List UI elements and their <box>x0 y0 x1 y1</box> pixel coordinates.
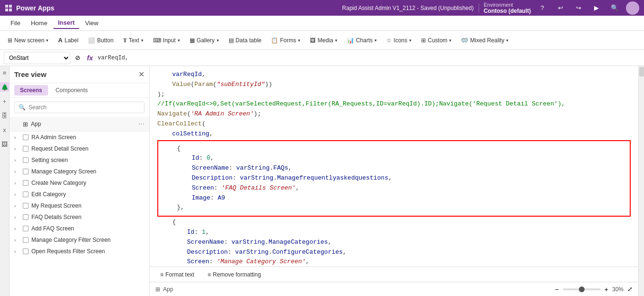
tree-item-add-faq[interactable]: › Add FAQ Screen <box>10 223 149 234</box>
charts-button[interactable]: 📊 Charts ▾ <box>343 35 381 46</box>
tree-item-app[interactable]: ⊞ App ··· <box>10 117 149 132</box>
tree-item-manage-category[interactable]: › Manage Category Screen <box>10 166 149 177</box>
format-text-button[interactable]: ≡ Format text <box>155 270 199 279</box>
search-button[interactable]: 🔍 <box>608 1 621 15</box>
media-side-icon[interactable]: 🖼 <box>0 139 10 149</box>
mixed-reality-button[interactable]: 🥽 Mixed Reality ▾ <box>457 35 512 46</box>
gallery-button[interactable]: ▦ Gallery ▾ <box>186 35 223 46</box>
tree-item-my-request[interactable]: › My Request Screen <box>10 200 149 211</box>
label-request-detail: Request Detail Screen <box>31 145 144 152</box>
tree-item-create-category[interactable]: › Create New Category <box>10 177 149 189</box>
menu-view[interactable]: View <box>80 18 103 29</box>
left-panel-icons: ≡ 🌲 + 🗄 x 🖼 <box>0 66 10 296</box>
zoom-minus-button[interactable]: − <box>555 286 559 293</box>
custom-icon: ⊞ <box>421 37 426 44</box>
text-button[interactable]: 𝐓 Text ▾ <box>119 35 147 46</box>
hamburger-icon[interactable]: ≡ <box>0 68 10 77</box>
tree-item-faq-details[interactable]: › FAQ Details Screen <box>10 211 149 223</box>
tree-item-manage-category-filter[interactable]: › Manage Category Filter Screen <box>10 234 149 246</box>
play-button[interactable]: ▶ <box>590 1 603 15</box>
media-button[interactable]: 🖼 Media ▾ <box>306 35 341 46</box>
undo-button[interactable]: ↩ <box>554 1 567 15</box>
label-edit-category: Edit Category <box>31 191 144 198</box>
checkbox-setting[interactable] <box>23 157 29 163</box>
sidebar-header: Tree view ✕ <box>10 66 149 83</box>
checkbox-ra-admin[interactable] <box>23 134 29 140</box>
redo-button[interactable]: ↪ <box>572 1 585 15</box>
datatable-button[interactable]: ▤ Data table <box>225 35 266 46</box>
chevron-ra-admin: › <box>14 135 20 140</box>
sidebar-close-button[interactable]: ✕ <box>138 70 144 79</box>
tab-screens[interactable]: Screens <box>14 85 48 95</box>
topbar-right: Rapid Assist Admin V1_2112 - Saved (Unpu… <box>342 1 639 15</box>
app-more-icon[interactable]: ··· <box>138 120 144 128</box>
checkbox-create-category[interactable] <box>23 180 29 186</box>
app-icon: ⊞ <box>23 121 28 128</box>
tab-components[interactable]: Components <box>50 85 94 95</box>
checkbox-request-detail[interactable] <box>23 146 29 152</box>
svg-rect-2 <box>5 9 8 11</box>
menu-file[interactable]: File <box>6 18 25 29</box>
dropdown-arrow-input: ▾ <box>178 38 180 43</box>
search-icon: 🔍 <box>19 104 26 111</box>
gallery-icon: ▦ <box>190 37 195 44</box>
code-editor[interactable]: varReqId, Value(Param("subEntityId")) );… <box>150 66 638 267</box>
menu-home[interactable]: Home <box>26 18 52 29</box>
zoom-slider[interactable] <box>563 288 601 290</box>
code-line-8: { <box>162 144 626 154</box>
avatar[interactable] <box>626 1 639 15</box>
checkbox-open-requests-filter[interactable] <box>23 248 29 254</box>
fullscreen-button[interactable]: ⤢ <box>627 286 633 293</box>
dropdown-arrow-media: ▾ <box>335 38 337 43</box>
forms-icon: 📋 <box>271 37 278 44</box>
zoom-plus-button[interactable]: + <box>605 286 608 293</box>
new-screen-button[interactable]: ⊞ New screen ▾ <box>4 35 52 46</box>
tree-item-request-detail[interactable]: › Request Detail Screen <box>10 143 149 154</box>
fx-label: fx <box>85 54 95 62</box>
custom-button[interactable]: ⊞ Custom ▾ <box>417 35 455 46</box>
code-line-7: colSetting, <box>157 129 631 139</box>
tree-item-setting[interactable]: › Setting screen <box>10 154 149 166</box>
chevron-setting: › <box>14 158 20 163</box>
label-button[interactable]: A Label <box>54 35 82 46</box>
label-create-category: Create New Category <box>31 180 144 186</box>
status-bar-right: − + 30% ⤢ <box>555 286 633 293</box>
format-text-icon: ≡ <box>160 271 163 278</box>
variable-icon[interactable]: x <box>0 125 10 134</box>
checkbox-my-request[interactable] <box>23 203 29 209</box>
tree-item-ra-admin[interactable]: › RA Admin Screen <box>10 132 149 143</box>
checkbox-add-faq[interactable] <box>23 226 29 231</box>
code-line-5: Navigate('RA Admin Screen'); <box>157 109 631 119</box>
forms-button[interactable]: 📋 Forms ▾ <box>267 35 304 46</box>
checkbox-manage-category[interactable] <box>23 169 29 174</box>
tree-item-edit-category[interactable]: › Edit Category <box>10 189 149 200</box>
insert-icon[interactable]: + <box>0 96 10 106</box>
data-icon[interactable]: 🗄 <box>0 111 10 120</box>
label-faq-details: FAQ Details Screen <box>31 214 144 220</box>
search-input[interactable] <box>29 104 140 111</box>
icons-button[interactable]: ☆ Icons ▾ <box>383 35 415 46</box>
input-button[interactable]: ⌨ Input ▾ <box>149 35 184 46</box>
formula-selector[interactable]: OnStart <box>4 52 70 64</box>
help-icon[interactable]: ? <box>536 1 549 15</box>
chevron-request-detail: › <box>14 146 20 152</box>
tree-item-open-requests-filter[interactable]: › Open Requests Filter Screen <box>10 246 149 257</box>
checkbox-faq-details[interactable] <box>23 214 29 220</box>
label-manage-category: Manage Category Screen <box>31 168 144 175</box>
formula-bar: OnStart ⊘ fx varReqId, <box>0 50 644 66</box>
button-icon: ⬜ <box>88 37 95 44</box>
chevron-open-requests-filter: › <box>14 249 20 254</box>
dropdown-arrow-gallery: ▾ <box>217 38 219 43</box>
menu-insert[interactable]: Insert <box>53 17 79 29</box>
button-button[interactable]: ⬜ Button <box>84 35 117 46</box>
checkbox-edit-category[interactable] <box>23 191 29 197</box>
label-icon: A <box>58 37 62 44</box>
tree-icon[interactable]: 🌲 <box>0 82 10 92</box>
remove-formatting-icon: ≡ <box>208 271 211 278</box>
remove-formatting-button[interactable]: ≡ Remove formatting <box>203 270 266 279</box>
formula-expand-button[interactable]: ⊘ <box>73 53 82 62</box>
bottom-toolbar: ≡ Format text ≡ Remove formatting <box>150 267 638 282</box>
checkbox-manage-category-filter[interactable] <box>23 237 29 243</box>
code-line-19: Screen: 'Manage Category Screen', <box>157 257 631 267</box>
code-line-14: }, <box>162 203 626 213</box>
